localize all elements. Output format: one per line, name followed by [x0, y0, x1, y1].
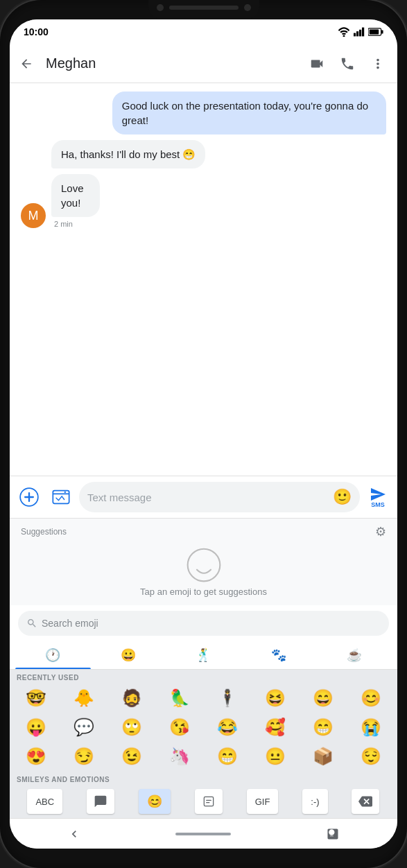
category-tab-people[interactable]: 🕺 [166, 641, 241, 669]
received-message-1: Ha, thanks! I'll do my best 😁 [51, 140, 205, 168]
emoji-laugh[interactable]: 😁 [300, 713, 347, 741]
emoji-kb-button[interactable]: 😊 [139, 789, 171, 814]
emoji-chick[interactable]: 🐥 [60, 684, 107, 712]
emoji-bubble[interactable]: 💬 [60, 713, 107, 741]
emoji-box[interactable]: 📦 [300, 743, 347, 770]
svg-rect-7 [370, 30, 379, 35]
back-button[interactable] [12, 50, 40, 78]
emoji-lol[interactable]: 😂 [205, 713, 251, 741]
suggestions-hint: Tap an emoji to get suggestions [140, 587, 267, 597]
emoji-relax[interactable]: 😌 [348, 743, 395, 770]
video-call-button[interactable] [303, 50, 331, 78]
message-received-no-avatar: Ha, thanks! I'll do my best 😁 [21, 140, 386, 168]
phone-frame: 10:00 [0, 0, 407, 868]
category-tab-animals[interactable]: 🐾 [241, 641, 317, 669]
emoji-kiss-wink[interactable]: 😘 [156, 713, 202, 741]
chat-area: Good luck on the presentation today, you… [10, 83, 397, 476]
svg-rect-2 [356, 31, 358, 36]
message-time: 2 min [54, 220, 116, 228]
camera-dot [157, 4, 164, 11]
message-sent: Good luck on the presentation today, you… [112, 92, 386, 134]
backspace-button[interactable] [352, 789, 379, 814]
status-time: 10:00 [24, 26, 49, 37]
svg-point-11 [187, 549, 220, 582]
received-message-col: Love you! 2 min [51, 174, 116, 228]
section-recently-used: RECENTLY USED [10, 670, 397, 683]
emoji-xd[interactable]: 😆 [252, 684, 299, 712]
search-icon [26, 618, 37, 629]
emoji-tongue-wink[interactable]: 😛 [12, 713, 59, 741]
emoji-eye-roll[interactable]: 🙄 [108, 713, 155, 741]
emoji-grin[interactable]: 😄 [300, 684, 347, 712]
svg-rect-4 [362, 28, 364, 37]
emoji-cry[interactable]: 😭 [348, 713, 395, 741]
abc-button[interactable]: ABC [27, 789, 62, 814]
contact-name: Meghan [46, 55, 303, 71]
category-tab-food[interactable]: ☕ [316, 641, 392, 669]
emoji-grid-recent: 🤓 🐥 🧔 🦜 🕴 😆 😄 😊 😛 💬 🙄 😘 😂 🥰 😁 😭 😍 😏 [10, 683, 397, 772]
emoji-neutral[interactable]: 😐 [252, 743, 299, 770]
signal-icon [354, 27, 365, 37]
nav-home-button[interactable] [139, 819, 268, 849]
symbols-button[interactable]: :-) [302, 789, 327, 814]
category-tab-smileys[interactable]: 😀 [91, 641, 166, 669]
gif-button[interactable]: GIF [247, 789, 279, 814]
category-tab-recent[interactable]: 🕐 [15, 641, 91, 669]
add-button[interactable] [15, 483, 43, 511]
text-input[interactable]: Text message 🙂 [79, 482, 360, 512]
emoji-big-grin[interactable]: 😁 [205, 743, 251, 770]
contact-avatar: M [21, 203, 46, 228]
emoji-heart-eyes[interactable]: 😍 [12, 743, 59, 770]
send-label: SMS [371, 501, 385, 508]
wifi-icon [338, 27, 350, 37]
svg-rect-12 [204, 797, 213, 806]
emoji-suited[interactable]: 🕴 [205, 684, 251, 712]
svg-point-0 [343, 35, 345, 37]
svg-rect-3 [359, 30, 361, 37]
suggestions-content: Tap an emoji to get suggestions [10, 539, 397, 605]
send-button[interactable]: SMS [364, 486, 392, 508]
emoji-blush[interactable]: 😊 [348, 684, 395, 712]
camera-area [157, 4, 251, 11]
nav-recents-button[interactable] [268, 819, 397, 849]
header-actions [303, 50, 392, 78]
emoji-search-bar: Search emoji [10, 605, 397, 641]
emoji-heart-face[interactable]: 🥰 [252, 713, 299, 741]
battery-icon [368, 28, 383, 36]
svg-point-10 [64, 492, 66, 493]
phone-call-button[interactable] [334, 50, 361, 78]
screen: 10:00 [10, 19, 397, 849]
camera-dot2 [244, 4, 251, 11]
keyboard-bottom-bar: ABC 😊 GIF [10, 785, 397, 818]
app-header: Meghan [10, 44, 397, 83]
emoji-search-placeholder: Search emoji [42, 618, 98, 629]
emoji-search-input[interactable]: Search emoji [18, 611, 389, 636]
speaker-bar [169, 6, 239, 10]
sticker-button[interactable] [87, 789, 114, 814]
svg-rect-1 [354, 33, 356, 37]
emoji-beard[interactable]: 🧔 [108, 684, 155, 712]
nav-bar [10, 818, 397, 849]
smiley-face-icon [187, 548, 221, 582]
emoji-nerd[interactable]: 🤓 [12, 684, 59, 712]
text-input-placeholder: Text message [87, 492, 329, 503]
svg-rect-6 [381, 30, 383, 33]
input-area: Text message 🙂 SMS [10, 476, 397, 518]
message-received-with-avatar: M Love you! 2 min [21, 174, 386, 228]
emoji-smirk[interactable]: 😏 [60, 743, 107, 770]
emoji-input-button[interactable]: 🙂 [333, 488, 352, 506]
section-smileys-emotions: SMILEYS AND EMOTIONS [10, 772, 397, 785]
nav-back-button[interactable] [10, 819, 139, 849]
more-options-button[interactable] [364, 50, 392, 78]
suggestions-label: Suggestions [21, 527, 67, 537]
attachment-button[interactable] [47, 483, 75, 511]
emoji-unicorn[interactable]: 🦄 [156, 743, 202, 770]
emoji-wink2[interactable]: 😉 [108, 743, 155, 770]
bitmoji-button[interactable] [195, 789, 223, 814]
suggestions-settings-icon[interactable]: ⚙ [375, 524, 386, 539]
emoji-parrot[interactable]: 🦜 [156, 684, 202, 712]
suggestions-header: Suggestions ⚙ [10, 519, 397, 539]
emoji-keyboard: Search emoji 🕐 😀 🕺 🐾 ☕ RECENTLY USED 🤓 🐥… [10, 605, 397, 818]
suggestions-area: Suggestions ⚙ Tap an emoji to get sugges… [10, 518, 397, 605]
received-message-2: Love you! [51, 174, 100, 217]
